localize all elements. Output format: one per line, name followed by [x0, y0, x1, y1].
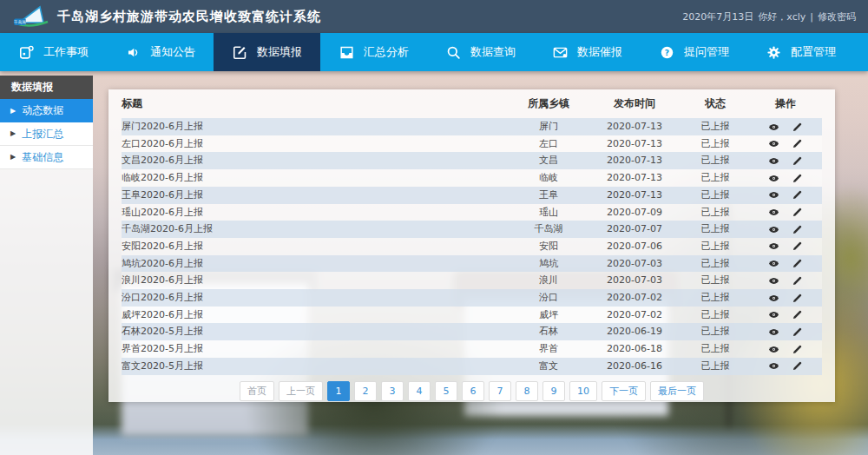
sidebar-item-label: 基础信息: [22, 150, 63, 165]
svg-text:千岛湖: 千岛湖: [14, 20, 26, 24]
pagination-page-1[interactable]: 1: [327, 381, 350, 401]
row-status: 已上报: [681, 204, 749, 221]
view-icon[interactable]: [768, 155, 779, 167]
edit-pencil-icon[interactable]: [792, 189, 803, 201]
edit-pencil-icon[interactable]: [792, 326, 803, 338]
nav-item-data-reminder[interactable]: 数据催报: [534, 33, 641, 71]
caret-right-icon: ▶: [10, 130, 16, 137]
caret-right-icon: ▶: [10, 108, 16, 115]
table-row: 文昌2020-6月上报文昌2020-07-13已上报: [122, 152, 822, 169]
mail-icon: [552, 44, 569, 61]
nav-item-config[interactable]: 配置管理: [747, 33, 854, 71]
view-icon[interactable]: [768, 122, 779, 133]
view-icon[interactable]: [768, 275, 779, 287]
row-town: 浪川: [510, 272, 588, 289]
pagination-last-button[interactable]: 最后一页: [650, 381, 704, 401]
row-title: 临岐2020-6月上报: [122, 169, 510, 187]
view-icon[interactable]: [768, 241, 779, 252]
row-operations: [749, 152, 822, 169]
pagination-page-9[interactable]: 9: [542, 381, 565, 401]
view-icon[interactable]: [768, 189, 779, 201]
edit-pencil-icon[interactable]: [792, 173, 803, 184]
pagination-next-button[interactable]: 下一页: [602, 381, 646, 401]
table-row: 临岐2020-6月上报临岐2020-07-13已上报: [122, 169, 822, 187]
view-icon[interactable]: [768, 293, 779, 304]
edit-pencil-icon[interactable]: [792, 155, 803, 167]
row-operations: [749, 272, 822, 289]
row-status: 已上报: [681, 169, 749, 187]
sidebar-item-label: 上报汇总: [22, 127, 63, 142]
view-icon[interactable]: [768, 344, 779, 355]
separator: |: [810, 11, 813, 23]
pagination-page-3[interactable]: 3: [381, 381, 404, 401]
pagination-page-10[interactable]: 10: [569, 381, 597, 401]
edit-pencil-icon[interactable]: [792, 360, 803, 372]
row-status: 已上报: [681, 272, 749, 289]
user-greeting: 你好，xcly: [758, 10, 806, 23]
edit-pencil-icon[interactable]: [792, 224, 803, 235]
row-date: 2020-06-16: [588, 358, 681, 375]
row-date: 2020-07-03: [588, 255, 681, 273]
pagination-page-4[interactable]: 4: [408, 381, 431, 401]
edit-pencil-icon[interactable]: [792, 207, 803, 218]
view-icon[interactable]: [768, 326, 779, 338]
sidebar-item-basic-info[interactable]: ▶基础信息: [0, 146, 93, 169]
pagination-page-5[interactable]: 5: [435, 381, 457, 401]
edit-pencil-icon[interactable]: [792, 122, 803, 133]
table-row: 千岛湖2020-6月上报千岛湖2020-07-07已上报: [122, 221, 822, 238]
edit-pencil-icon[interactable]: [792, 344, 803, 355]
change-password-link[interactable]: 修改密码: [818, 10, 856, 23]
row-date: 2020-07-13: [588, 135, 681, 153]
row-title: 安阳2020-6月上报: [122, 238, 510, 255]
pagination-page-2[interactable]: 2: [354, 381, 377, 401]
view-icon[interactable]: [768, 207, 779, 218]
table-row: 界首2020-5月上报界首2020-06-18已上报: [122, 340, 822, 358]
view-icon[interactable]: [768, 258, 779, 269]
row-title: 威坪2020-6月上报: [122, 307, 510, 324]
edit-pencil-icon[interactable]: [792, 293, 803, 304]
row-status: 已上报: [681, 255, 749, 273]
nav-item-data-query[interactable]: 数据查询: [427, 33, 534, 71]
view-icon[interactable]: [768, 360, 779, 372]
edit-pencil-icon[interactable]: [792, 275, 803, 287]
pagination-first-button[interactable]: 首页: [240, 381, 274, 401]
col-status: 状态: [681, 89, 749, 118]
pagination-prev-button[interactable]: 上一页: [279, 381, 323, 401]
col-date: 发布时间: [588, 89, 681, 118]
pagination-page-6[interactable]: 6: [462, 381, 484, 401]
main-nav: 工作事项通知公告数据填报汇总分析数据查询数据催报?提问管理配置管理: [0, 33, 868, 71]
edit-pencil-icon[interactable]: [792, 138, 803, 149]
nav-item-label: 提问管理: [684, 44, 729, 60]
edit-pencil-icon[interactable]: [792, 241, 803, 252]
sidebar-item-dynamic-data[interactable]: ▶动态数据: [0, 99, 93, 122]
nav-item-summary[interactable]: 汇总分析: [320, 33, 427, 71]
row-town: 汾口: [510, 289, 588, 307]
row-status: 已上报: [681, 221, 749, 238]
pagination-page-7[interactable]: 7: [489, 381, 511, 401]
nav-item-work-items[interactable]: 工作事项: [0, 33, 107, 71]
row-operations: [749, 307, 822, 324]
user-area: 2020年7月13日 你好，xcly | 修改密码: [682, 10, 856, 23]
row-status: 已上报: [681, 238, 749, 255]
row-date: 2020-07-09: [588, 204, 681, 221]
edit-pencil-icon[interactable]: [792, 309, 803, 320]
edit-pencil-icon[interactable]: [792, 258, 803, 269]
view-icon[interactable]: [768, 224, 779, 235]
sidebar: 数据填报 ▶动态数据▶上报汇总▶基础信息: [0, 76, 93, 455]
row-title: 王阜2020-6月上报: [122, 187, 510, 204]
view-icon[interactable]: [768, 138, 779, 149]
pagination-page-8[interactable]: 8: [516, 381, 538, 401]
row-operations: [749, 118, 822, 135]
view-icon[interactable]: [768, 173, 779, 184]
col-ops: 操作: [749, 89, 822, 118]
row-date: 2020-07-13: [588, 187, 681, 204]
sidebar-item-report-summary[interactable]: ▶上报汇总: [0, 122, 93, 146]
logout-power-button[interactable]: [854, 33, 868, 71]
nav-item-data-entry[interactable]: 数据填报: [214, 33, 320, 71]
nav-item-notices[interactable]: 通知公告: [107, 33, 214, 71]
sidebar-header: 数据填报: [0, 76, 93, 99]
row-date: 2020-07-03: [588, 272, 681, 289]
row-status: 已上报: [681, 118, 749, 135]
view-icon[interactable]: [768, 309, 779, 320]
nav-item-questions[interactable]: ?提问管理: [641, 33, 747, 71]
